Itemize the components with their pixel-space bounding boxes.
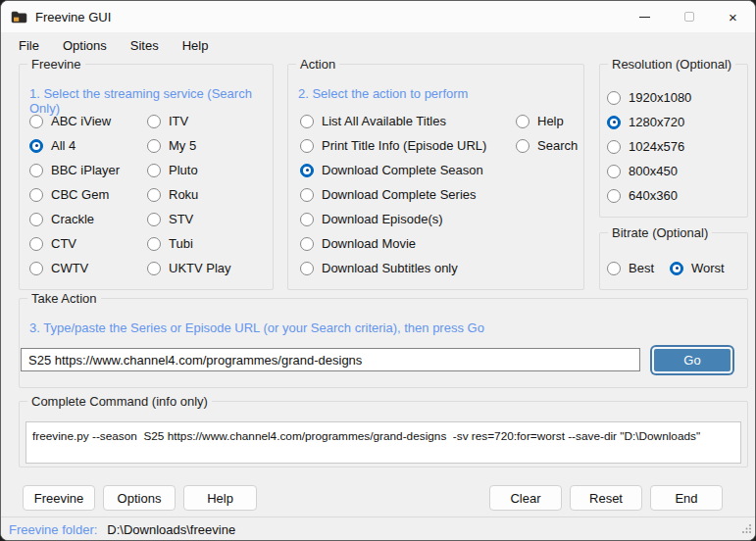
radio-label: CWTV (51, 261, 88, 275)
radio-help[interactable]: Help (516, 109, 578, 133)
status-label: Freevine folder: (9, 522, 97, 537)
clear-button[interactable]: Clear (489, 485, 562, 511)
radio-all-4[interactable]: All 4 (29, 133, 120, 158)
radio-abc-iview[interactable]: ABC iView (29, 109, 120, 133)
radio-label: 800x450 (629, 164, 678, 178)
command-output-box: freevine.py --season S25 https://www.cha… (25, 421, 741, 464)
close-button[interactable]: × (711, 1, 755, 32)
menu-item-file[interactable]: File (9, 34, 49, 57)
radio-label: CBC Gem (51, 187, 109, 202)
radio-label: BBC iPlayer (51, 163, 120, 177)
radio-download-episode-s[interactable]: Download Episode(s) (300, 207, 486, 231)
radio-roku[interactable]: Roku (147, 182, 231, 207)
radio-label: 640x360 (629, 188, 678, 203)
radio-cwtv[interactable]: CWTV (29, 256, 120, 280)
radio-label: Download Movie (322, 236, 416, 251)
radio-tubi[interactable]: Tubi (147, 231, 231, 256)
radio-unchecked-icon (147, 237, 161, 251)
radio-unchecked-icon (29, 115, 43, 128)
radio-label: STV (169, 212, 193, 226)
radio-cbc-gem[interactable]: CBC Gem (29, 182, 120, 207)
menu-item-options[interactable]: Options (53, 34, 117, 57)
radio-unchecked-icon (147, 164, 161, 177)
radio-unchecked-icon (607, 189, 621, 203)
radio-unchecked-icon (607, 140, 621, 154)
group-bitrate-title: Bitrate (Optional) (608, 225, 712, 240)
window-title: Freevine GUI (35, 10, 111, 25)
service-radio-column-1: ABC iViewAll 4BBC iPlayerCBC GemCrackleC… (29, 109, 120, 280)
radio-label: Crackle (51, 212, 94, 226)
radio-unchecked-icon (29, 188, 43, 202)
group-action-title: Action (296, 57, 339, 72)
radio-download-complete-series[interactable]: Download Complete Series (300, 182, 486, 207)
radio-unchecked-icon (147, 188, 161, 202)
radio-label: All 4 (51, 138, 76, 153)
radio-label: 1024x576 (629, 139, 684, 154)
radio-search[interactable]: Search (516, 133, 578, 158)
status-bar: Freevine folder: D:\Downloads\freevine (1, 516, 755, 541)
radio-pluto[interactable]: Pluto (147, 158, 231, 182)
radio-1920x1080[interactable]: 1920x1080 (607, 85, 691, 110)
radio-crackle[interactable]: Crackle (29, 207, 120, 231)
radio-unchecked-icon (516, 115, 529, 128)
radio-label: Print Title Info (Episode URL) (322, 138, 486, 153)
radio-640x360[interactable]: 640x360 (607, 183, 691, 208)
radio-checked-icon (670, 262, 683, 275)
radio-unchecked-icon (300, 188, 314, 202)
radio-label: Download Subtitles only (322, 261, 458, 275)
maximize-button[interactable] (667, 1, 711, 32)
radio-unchecked-icon (29, 164, 43, 177)
radio-1280x720[interactable]: 1280x720 (607, 110, 691, 134)
radio-unchecked-icon (300, 139, 314, 153)
radio-download-subtitles-only[interactable]: Download Subtitles only (300, 256, 486, 280)
group-complete-command-title: Complete Command (info only) (27, 394, 212, 409)
group-action: Action 2. Select the action to perform L… (287, 64, 584, 290)
radio-download-movie[interactable]: Download Movie (300, 231, 486, 256)
radio-print-title-info-episode-url[interactable]: Print Title Info (Episode URL) (300, 133, 486, 158)
radio-checked-icon (300, 164, 314, 177)
freevine-button[interactable]: Freevine (23, 485, 95, 511)
close-icon: × (729, 10, 737, 25)
minimize-button[interactable] (623, 1, 667, 32)
radio-unchecked-icon (147, 213, 161, 226)
radio-download-complete-season[interactable]: Download Complete Season (300, 158, 486, 182)
help-button[interactable]: Help (183, 485, 257, 511)
radio-unchecked-icon (300, 237, 314, 251)
radio-ctv[interactable]: CTV (29, 231, 120, 256)
radio-unchecked-icon (607, 262, 621, 275)
radio-list-all-available-titles[interactable]: List All Available Titles (300, 109, 486, 133)
app-icon (11, 9, 27, 25)
group-freevine: Freevine 1. Select the streaming service… (19, 64, 274, 290)
menu-item-sites[interactable]: Sites (121, 34, 169, 57)
minimize-icon (639, 17, 650, 18)
radio-label: Download Complete Series (322, 187, 477, 202)
radio-bbc-iplayer[interactable]: BBC iPlayer (29, 158, 120, 182)
options-button[interactable]: Options (103, 485, 176, 511)
radio-label: Download Complete Season (322, 163, 483, 177)
menu-item-help[interactable]: Help (173, 34, 219, 57)
url-input[interactable] (21, 348, 640, 371)
radio-unchecked-icon (29, 237, 43, 251)
radio-checked-icon (29, 139, 43, 153)
resize-grip[interactable] (741, 520, 752, 538)
end-button[interactable]: End (650, 485, 723, 511)
radio-worst[interactable]: Worst (670, 256, 725, 280)
radio-unchecked-icon (516, 139, 529, 153)
radio-label: CTV (51, 236, 76, 251)
radio-best[interactable]: Best (607, 256, 654, 280)
radio-itv[interactable]: ITV (147, 109, 231, 133)
radio-label: Roku (169, 187, 198, 202)
radio-checked-icon (607, 116, 621, 129)
radio-unchecked-icon (300, 115, 314, 128)
go-button[interactable]: Go (652, 347, 732, 373)
group-complete-command: Complete Command (info only) freevine.py… (19, 401, 748, 467)
radio-1024x576[interactable]: 1024x576 (607, 134, 691, 159)
radio-uktv-play[interactable]: UKTV Play (147, 256, 231, 280)
radio-my-5[interactable]: My 5 (147, 133, 231, 158)
radio-800x450[interactable]: 800x450 (607, 159, 691, 183)
maximize-icon (684, 12, 694, 22)
radio-unchecked-icon (29, 262, 43, 275)
reset-button[interactable]: Reset (570, 485, 642, 511)
radio-stv[interactable]: STV (147, 207, 231, 231)
service-radio-column-2: ITVMy 5PlutoRokuSTVTubiUKTV Play (147, 109, 231, 280)
